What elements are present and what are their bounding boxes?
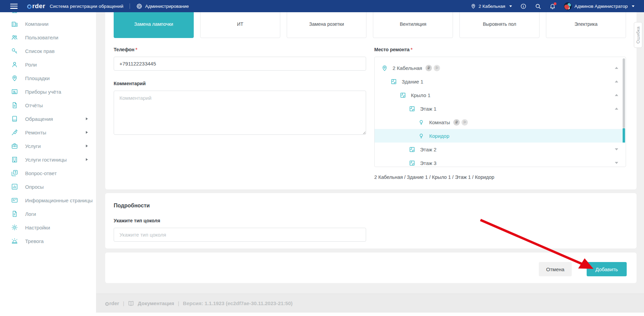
expand-caret-icon[interactable] xyxy=(615,148,618,150)
sidebar-item[interactable]: Компании xyxy=(0,17,96,31)
sidebar-item[interactable]: Приборы учёта xyxy=(0,85,96,98)
tariff-badge: ₽ xyxy=(425,65,432,71)
category-tile[interactable]: Электрика xyxy=(546,12,626,38)
sidebar-item-label: Информационные страницы xyxy=(25,198,93,203)
category-tile[interactable]: Замена лампочки xyxy=(114,12,194,38)
floorplan-icon xyxy=(409,106,415,112)
tree-node[interactable]: Коридор xyxy=(375,129,626,143)
tree-node-label: Крыло 1 xyxy=(411,92,431,98)
book-icon xyxy=(128,300,134,306)
sidebar-item-label: Услуги гостиницы xyxy=(25,157,67,163)
location-pin-icon xyxy=(381,65,388,71)
tree-scrollbar-thumb[interactable] xyxy=(623,58,625,128)
sidebar-item[interactable]: Пользователи xyxy=(0,31,96,44)
category-tile[interactable]: Замена розетки xyxy=(287,12,367,38)
error-feedback-tab[interactable]: Ошибка xyxy=(634,22,642,48)
category-tile-label: ИТ xyxy=(237,21,243,27)
expand-caret-icon[interactable] xyxy=(615,108,618,110)
tree-node-badges: ₽⚐ xyxy=(425,65,440,71)
location-selector[interactable]: 2 Кабельная xyxy=(471,3,512,9)
category-tiles: Замена лампочки ИТ Замена розетки Вентил… xyxy=(114,12,626,38)
sidebar-item[interactable]: Ремонты xyxy=(0,126,96,139)
menu-icon[interactable] xyxy=(10,4,18,9)
submit-button[interactable]: Добавить xyxy=(587,262,627,276)
docs-link[interactable]: Документация xyxy=(138,300,174,306)
socket-type-input[interactable] xyxy=(114,228,366,242)
comment-label: Комментарий xyxy=(114,81,366,86)
sidebar-item-label: Настройки xyxy=(25,225,50,230)
tree-node-label: Коридор xyxy=(429,133,449,139)
category-tile[interactable]: ИТ xyxy=(200,12,280,38)
sidebar-item-label: Вопрос-ответ xyxy=(25,170,57,176)
tree-node-label: 2 Кабельная xyxy=(393,65,422,71)
expand-caret-icon[interactable] xyxy=(615,80,618,82)
chevron-right-icon xyxy=(86,158,88,161)
expand-caret-icon[interactable] xyxy=(615,162,618,164)
category-tile[interactable]: Вентиляция xyxy=(373,12,453,38)
cancel-button[interactable]: Отмена xyxy=(539,262,572,276)
checkpoint-icon xyxy=(11,12,18,14)
tree-node[interactable]: Этаж 2 xyxy=(375,143,626,156)
sidebar-item[interactable]: Услуги xyxy=(0,139,96,153)
sidebar-item-label: Список прав xyxy=(25,48,55,54)
tree-node-label: Этаж 3 xyxy=(420,160,436,166)
sidebar-item-label: Тревога xyxy=(25,238,44,244)
sidebar-item[interactable]: Роли xyxy=(0,58,96,71)
sidebar-item[interactable]: Услуги гостиницы xyxy=(0,153,96,166)
sidebar-item[interactable]: Логи xyxy=(0,207,96,221)
sidebar-item-label: Отчёты xyxy=(25,103,43,108)
tree-node[interactable]: Крыло 1 xyxy=(375,88,626,102)
sidebar-item[interactable]: Вопрос-ответ xyxy=(0,166,96,180)
user-menu[interactable]: Админов Администратор xyxy=(564,2,634,10)
category-tile-label: Выровнять пол xyxy=(483,21,516,27)
details-card: Подробности Укажите тип цоколя xyxy=(105,193,637,248)
phone-input[interactable] xyxy=(114,57,366,71)
user-name: Админов Администратор xyxy=(574,4,628,9)
footer-divider: | xyxy=(123,300,124,306)
company-icon xyxy=(11,20,18,27)
search-icon[interactable] xyxy=(535,3,541,10)
section-administration[interactable]: Администрирование xyxy=(136,3,189,10)
sidebar-item-label: Площадки xyxy=(25,75,50,81)
category-tile[interactable]: Выровнять пол xyxy=(459,12,539,38)
sidebar-item-label: КПП xyxy=(25,12,35,13)
tree-node[interactable]: Этаж 3 xyxy=(375,156,626,167)
sidebar-item[interactable]: Список прав xyxy=(0,44,96,58)
hotel-icon xyxy=(11,156,18,163)
logo-o-icon xyxy=(27,4,32,9)
expand-caret-icon[interactable] xyxy=(615,94,618,96)
sidebar-item[interactable]: Информационные страницы xyxy=(0,193,96,207)
version-label: Версия: 1.1.1923 (ec2df7ae-30.11.2023-21… xyxy=(183,300,292,306)
tree-node[interactable]: 2 Кабельная ₽⚐ xyxy=(375,61,626,75)
settings-icon xyxy=(11,224,18,231)
comment-textarea[interactable] xyxy=(114,91,366,135)
sidebar-menu: КПП Компании Пользователи Список прав Ро… xyxy=(0,12,96,248)
tree-node[interactable]: Этаж 1 xyxy=(375,102,626,115)
notifications-bell-icon[interactable] xyxy=(549,3,556,10)
sidebar-item-label: Опросы xyxy=(25,184,44,190)
sidebar-item[interactable]: Площадки xyxy=(0,71,96,85)
details-title: Подробности xyxy=(114,203,628,209)
sidebar-item[interactable]: Тревога xyxy=(0,234,96,248)
repair-place-tree: 2 Кабельная ₽⚐ Здание 1 Крыло 1 xyxy=(374,57,626,167)
socket-type-label: Укажите тип цоколя xyxy=(114,218,628,223)
sidebar-item[interactable]: Отчёты xyxy=(0,98,96,112)
chevron-right-icon xyxy=(86,117,88,120)
tree-node[interactable]: Комнаты ₽⚐ xyxy=(375,115,626,129)
notification-dot xyxy=(554,2,556,5)
app-logo[interactable]: rder xyxy=(27,2,45,10)
app-title: Система регистрации обращений xyxy=(50,4,124,9)
sidebar-item-label: Приборы учёта xyxy=(25,89,61,95)
sidebar-item[interactable]: Опросы xyxy=(0,180,96,193)
sidebar-item[interactable]: Обращения xyxy=(0,112,96,126)
tariff-badge: ⚐ xyxy=(461,119,468,126)
sidebar-item[interactable]: КПП xyxy=(0,12,96,17)
reports-icon xyxy=(11,102,18,109)
info-icon[interactable] xyxy=(520,3,527,10)
chevron-down-icon xyxy=(509,5,512,7)
sidebar-item[interactable]: Настройки xyxy=(0,221,96,234)
expand-caret-icon[interactable] xyxy=(615,67,618,69)
category-tile-label: Замена розетки xyxy=(309,21,344,27)
tree-node[interactable]: Здание 1 xyxy=(375,75,626,88)
topbar: rder Система регистрации обращений Админ… xyxy=(0,0,644,12)
